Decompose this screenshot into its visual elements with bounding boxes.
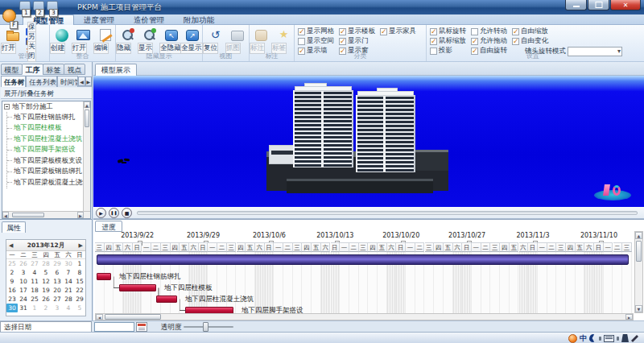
tab-properties[interactable]: 属性 — [2, 221, 26, 233]
panel-tab-3[interactable]: 标签 — [43, 64, 64, 75]
calendar-day[interactable]: 5 — [74, 304, 85, 312]
date-input[interactable] — [94, 322, 134, 332]
calendar-day[interactable]: 30 — [6, 304, 18, 312]
settings-checkbox[interactable]: 鼠标旋转 — [430, 27, 466, 36]
panel-tab-2[interactable]: 工序 — [22, 64, 43, 75]
gantt-task-bar-4[interactable] — [185, 307, 233, 313]
transparency-slider[interactable] — [184, 326, 233, 328]
calendar-day[interactable]: 19 — [40, 286, 52, 295]
calendar-day[interactable]: 26 — [18, 259, 29, 268]
calendar-day[interactable]: 6 — [52, 268, 63, 277]
calendar-day[interactable]: 1 — [74, 259, 85, 268]
transparency-slider-thumb[interactable] — [203, 322, 208, 332]
close-button[interactable] — [610, 0, 641, 10]
date-picker-button[interactable] — [136, 322, 147, 332]
calendar-day[interactable]: 17 — [18, 286, 29, 295]
tree-item-7[interactable]: 地下四层梁板混凝土浇筑 — [7, 177, 90, 188]
category-checkbox[interactable]: 显示楼板 — [339, 27, 375, 36]
calendar-day[interactable]: 3 — [52, 304, 63, 312]
tree-item-2[interactable]: 地下四层柱模板 — [7, 123, 90, 134]
hide-button[interactable]: 隐藏 — [116, 27, 140, 53]
tree-vertical-scrollbar[interactable]: ▲ — [83, 101, 90, 212]
panel-tab-4[interactable]: 视点 — [64, 64, 85, 75]
keyboard-icon[interactable] — [604, 335, 614, 342]
tree-item-4[interactable]: 地下四层脚手架搭设 — [7, 145, 90, 156]
calendar-day[interactable]: 18 — [29, 286, 40, 295]
tab-progress[interactable]: 进度 — [95, 221, 122, 232]
minimize-button[interactable] — [565, 0, 587, 10]
calendar-prev-icon[interactable] — [9, 242, 13, 249]
calendar-day[interactable]: 27 — [29, 259, 40, 268]
tray-tool-icon[interactable] — [621, 334, 629, 342]
maximize-button[interactable] — [588, 0, 609, 10]
calendar-day[interactable]: 8 — [74, 268, 85, 277]
open-model-button[interactable]: 打开 — [72, 27, 96, 53]
ime-mode-icon[interactable] — [589, 334, 597, 342]
settings-checkbox[interactable]: 鼠标缩放 — [430, 36, 466, 46]
category-checkbox[interactable]: 显示空间 — [298, 36, 334, 46]
ime-punct-icon[interactable] — [599, 337, 601, 341]
settings-checkbox[interactable]: 自由变化 — [512, 36, 548, 46]
play-button[interactable] — [96, 208, 106, 218]
calendar-day[interactable]: 30 — [63, 259, 74, 268]
ribbon-tab-2[interactable]: 进度管理 — [74, 14, 124, 25]
calendar-day[interactable]: 2 — [40, 304, 52, 312]
ribbon-tab-4[interactable]: 附加功能 — [174, 14, 224, 25]
tree-item-3[interactable]: 地下四层柱混凝土浇筑 — [7, 134, 90, 145]
pause-button[interactable] — [109, 208, 119, 218]
calendar-day[interactable]: 29 — [52, 259, 63, 268]
calendar-day[interactable]: 3 — [18, 268, 29, 277]
calendar-day[interactable]: 23 — [6, 295, 18, 304]
category-checkbox[interactable]: 显示门 — [339, 36, 375, 46]
tab-model-display[interactable]: 模型展示 — [95, 64, 137, 76]
application-menu-button[interactable]: F — [2, 9, 16, 23]
subtab-scroll-l[interactable] — [78, 76, 85, 86]
timeline-slider[interactable] — [137, 211, 638, 215]
calendar-next-icon[interactable] — [79, 242, 83, 249]
create-button[interactable]: 创建 — [50, 27, 74, 53]
tree-item-1[interactable]: 地下四层柱钢筋绑扎 — [7, 112, 90, 123]
calendar-day[interactable]: 12 — [40, 277, 52, 286]
calendar-day[interactable]: 25 — [6, 259, 18, 268]
calendar-day[interactable]: 21 — [63, 286, 74, 295]
calendar-day[interactable]: 9 — [6, 277, 18, 286]
tray-pen-icon[interactable] — [631, 334, 639, 342]
calendar-day[interactable]: 1 — [29, 304, 40, 312]
panel-tab-1[interactable]: 模型 — [1, 64, 23, 75]
tree-item-6[interactable]: 地下四层梁板钢筋绑扎 — [7, 167, 90, 178]
gantt-vertical-scrollbar[interactable]: ▲ ▼ — [634, 231, 643, 313]
calendar-day[interactable]: 20 — [52, 286, 63, 295]
calendar-day[interactable]: 2 — [6, 268, 18, 277]
stop-button[interactable] — [122, 208, 132, 218]
calendar-day[interactable]: 26 — [40, 295, 52, 304]
calendar-day[interactable]: 28 — [40, 259, 52, 268]
ribbon-tab-3[interactable]: 造价管理 — [124, 14, 174, 25]
gantt-task-bar-3[interactable] — [156, 295, 177, 303]
calendar-day[interactable]: 16 — [6, 286, 18, 295]
calendar-day[interactable]: 10 — [18, 277, 29, 286]
calendar-day[interactable]: 4 — [63, 304, 74, 312]
tree-collapse-icon[interactable] — [4, 104, 10, 110]
calendar-day[interactable]: 14 — [63, 277, 74, 286]
calendar-day[interactable]: 27 — [52, 295, 63, 304]
show-button[interactable]: 显示 — [138, 27, 162, 53]
calendar-day[interactable]: 13 — [52, 277, 63, 286]
settings-checkbox[interactable]: 允许转动 — [471, 27, 507, 36]
tree-item-5[interactable]: 地下四层梁板模板支设 — [7, 155, 90, 167]
tree-horizontal-scrollbar[interactable]: ◀ ▶ — [2, 211, 91, 218]
subtab-3[interactable]: 时间管理 — [57, 76, 78, 87]
category-checkbox[interactable]: 显示家具 — [380, 27, 416, 36]
qat-button-2[interactable]: 2 — [33, 1, 44, 10]
annotate-button[interactable]: 标注 — [250, 27, 274, 53]
show-all-button[interactable]: 全显示 — [180, 27, 204, 53]
qat-button-3[interactable]: 3 — [47, 1, 58, 10]
gantt-horizontal-scrollbar[interactable]: ◀ ▶ — [95, 313, 634, 320]
calendar-day[interactable]: 5 — [40, 268, 52, 277]
gantt-task-bar-1[interactable] — [97, 273, 111, 280]
ime-brand-icon[interactable] — [568, 334, 577, 343]
open-button[interactable]: 打开 — [1, 27, 25, 53]
gantt-task-bar-2[interactable] — [119, 284, 156, 291]
subtab-scroll-r[interactable] — [85, 76, 92, 86]
calendar-day[interactable]: 29 — [74, 295, 85, 304]
category-checkbox[interactable]: 显示网格 — [298, 27, 334, 36]
